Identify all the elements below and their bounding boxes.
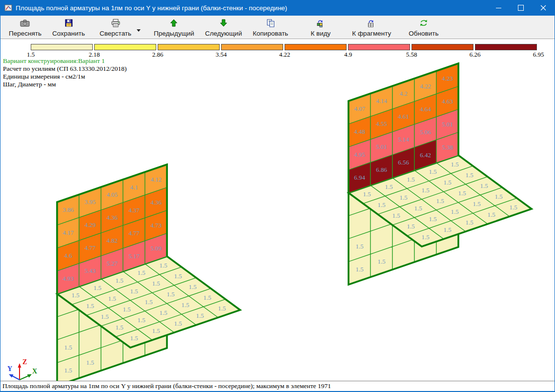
wall-cell-value: 4.63 xyxy=(442,98,453,105)
resnapshot-label: Переснять xyxy=(9,30,41,37)
wall-lower-cell-value: 1.5 xyxy=(86,359,94,366)
slab-cell-value: 1.5 xyxy=(465,171,473,179)
window-controls xyxy=(487,0,555,16)
slab-cell-value: 1.5 xyxy=(465,219,473,226)
scale-tick-label: 3.54 xyxy=(216,51,227,59)
slab-cell-value: 1.5 xyxy=(174,320,182,327)
wall-cell-value: 6.42 xyxy=(420,151,431,159)
z-axis-arrowhead xyxy=(18,363,21,368)
wall-cell-value: 5.01 xyxy=(376,143,387,150)
slab-cell-value: 1.5 xyxy=(196,312,204,319)
scale-tick-label: 4.9 xyxy=(344,51,352,59)
next-button[interactable]: Следующий xyxy=(200,16,247,39)
wall-cell-value: 6.94 xyxy=(354,174,365,181)
slab-cell-value: 1.5 xyxy=(108,295,116,302)
maximize-button[interactable] xyxy=(510,0,532,16)
slab-cell-value: 1.5 xyxy=(487,211,495,218)
variant-annotation: Вариант конструирования:Варiант 1 xyxy=(3,57,127,65)
wall-cell-value: 4.14 xyxy=(376,97,387,104)
slab-cell-value: 1.5 xyxy=(436,197,444,205)
wall-cell-value: 4.12 xyxy=(150,176,162,183)
chevron-down-icon xyxy=(137,29,141,32)
slab-cell-value: 1.5 xyxy=(123,306,130,313)
wall-cell-value: 4.36 xyxy=(106,214,118,221)
slab-cell-value: 1.5 xyxy=(509,204,517,211)
slab-cell-value: 1.5 xyxy=(152,280,160,287)
wall-cell-value: 5.06 xyxy=(420,128,431,136)
resnapshot-button[interactable]: Переснять xyxy=(3,16,47,39)
to-fragment-button[interactable]: К фрагменту xyxy=(347,16,396,39)
wall-cell-value: 4.64 xyxy=(420,105,431,113)
slab-cell-value: 1.5 xyxy=(414,205,422,212)
maximize-icon xyxy=(518,5,524,11)
wall-cell-value: 4.37 xyxy=(128,206,140,214)
wall-cell-value: 4.17 xyxy=(62,229,74,236)
wall-lower-cell-value: 1.5 xyxy=(64,367,72,374)
wall-cell-value: 4.07 xyxy=(354,105,365,112)
slab-cell-value: 1.5 xyxy=(421,186,429,194)
wall-cell-value: 4.1 xyxy=(130,184,138,191)
slab-cell-value: 1.5 xyxy=(137,316,145,324)
x-axis-label: X xyxy=(32,368,37,375)
wall-cell-value: 4.6 xyxy=(64,252,72,259)
scale-segment xyxy=(94,44,156,50)
slab-cell-value: 1.5 xyxy=(443,226,451,233)
copy-icon xyxy=(267,18,275,28)
minimize-icon xyxy=(496,8,501,8)
wall-cell-value: 5.01 xyxy=(442,121,453,128)
slab-cell-value: 1.5 xyxy=(421,233,429,241)
slab-cell-value: 1.5 xyxy=(218,305,226,312)
x-axis-arrow xyxy=(20,376,28,380)
previous-label: Предыдущий xyxy=(154,30,194,37)
slab-cell-value: 1.5 xyxy=(385,183,392,190)
scale-segment xyxy=(31,44,93,50)
wall-cell-value: 4.77 xyxy=(128,229,140,237)
wall-cell-value: 4.77 xyxy=(84,244,96,251)
wall-cell-value: 4.2 xyxy=(399,90,407,97)
scale-segment xyxy=(348,44,410,50)
slab-cell-value: 1.5 xyxy=(363,190,370,198)
window-title: Площадь полной арматуры на 1пм по оси Y … xyxy=(16,4,287,12)
y-axis-label: Y xyxy=(7,365,12,372)
isometric-plot: 1.51.51.51.51.51.51.51.51.51.51.51.51.51… xyxy=(0,39,555,381)
slab-cell-value: 1.5 xyxy=(159,309,167,316)
minimize-button[interactable] xyxy=(487,0,510,16)
previous-button[interactable]: Предыдущий xyxy=(148,16,200,39)
toolbar: Переснять Сохранить xyxy=(0,16,555,39)
to-fragment-icon xyxy=(367,18,376,28)
wall-cell-value: 5.17 xyxy=(128,252,140,260)
slab-cell-value: 1.5 xyxy=(130,334,138,342)
slab-cell-value: 1.5 xyxy=(152,327,160,334)
scale-tick-label: 6.95 xyxy=(533,51,544,59)
wall-cell-value: 4.73 xyxy=(150,222,162,229)
slab-cell-value: 1.5 xyxy=(181,301,189,309)
save-button[interactable]: Сохранить xyxy=(47,16,90,39)
print-label: Сверстать xyxy=(100,30,131,37)
copy-label: Копировать xyxy=(253,30,288,37)
slab-cell-value: 1.5 xyxy=(174,272,182,280)
wall-cell-value: 3.86 xyxy=(62,206,74,213)
scale-segment xyxy=(285,44,347,50)
refresh-button[interactable]: Обновить xyxy=(403,16,444,39)
print-options-caret[interactable] xyxy=(137,16,143,39)
slab-cell-value: 1.5 xyxy=(429,168,436,175)
slab-cell-value: 1.5 xyxy=(101,313,108,320)
arrow-up-icon xyxy=(170,18,178,28)
slab-cell-value: 1.5 xyxy=(392,212,400,219)
copy-button[interactable]: Копировать xyxy=(247,16,294,39)
scale-segment xyxy=(411,44,473,50)
wall-cell-value: 4.36 xyxy=(150,199,162,206)
close-button[interactable] xyxy=(532,0,555,16)
wall-lower-cell-value: 1.5 xyxy=(355,243,363,250)
slab-cell-value: 1.5 xyxy=(130,288,138,295)
slab-cell-value: 1.5 xyxy=(377,201,385,208)
print-button[interactable]: Сверстать xyxy=(94,16,137,39)
wall-cell-value: 3.95 xyxy=(84,198,96,206)
wall-cell-value: 4.48 xyxy=(354,128,365,135)
app-window: Площадь полной арматуры на 1пм по оси Y … xyxy=(0,0,555,392)
slab-cell-value: 1.5 xyxy=(473,200,480,207)
wall-cell-value: 5.14 xyxy=(398,136,409,143)
to-view-button[interactable]: К виду xyxy=(305,16,336,39)
scale-segment xyxy=(158,44,220,50)
wall-cell-value: 5.43 xyxy=(84,267,96,274)
